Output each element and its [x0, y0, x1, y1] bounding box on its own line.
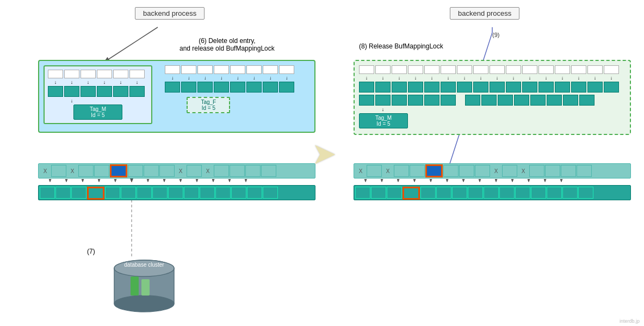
watermark: interdb.jp [620, 318, 640, 324]
data-page [452, 187, 467, 199]
hash-cell [457, 65, 472, 74]
hash-cell [165, 65, 180, 74]
hash-cell [490, 65, 505, 74]
desc-cell [506, 82, 521, 93]
buf-x1: X [40, 168, 51, 174]
data-page [231, 187, 246, 199]
left-hash-row-inner [48, 70, 148, 78]
left-backend-region: ↓ ↓ ↓ ↓ ↓ ↓ ↓ [44, 65, 152, 124]
right-desc-row3 [465, 95, 595, 106]
data-page [468, 187, 483, 199]
left-hash-row2 [165, 65, 306, 74]
hash-cell [129, 70, 145, 78]
buf-cell [144, 165, 159, 177]
data-page [168, 187, 183, 199]
svg-line-3 [103, 27, 158, 63]
tag-m-id: Id = 5 [76, 112, 120, 118]
left-backend-text: backend process [143, 9, 196, 17]
buf-cell [502, 165, 517, 177]
buf-cell [475, 165, 490, 177]
desc-cell [555, 82, 570, 93]
data-page [531, 187, 546, 199]
transition-arrow: ➤ [313, 139, 335, 169]
desc-cell [129, 86, 145, 97]
buf-cell [230, 165, 245, 177]
step8-annotation: (8) Release BufMappingLock [359, 42, 443, 50]
desc-cell [375, 82, 391, 93]
buf-x3: X [175, 168, 186, 174]
desc-cell [48, 86, 63, 97]
step9-label: (9) [492, 32, 499, 38]
buf-cell [410, 165, 425, 177]
buf-cell [128, 165, 143, 177]
desc-cell [197, 82, 213, 93]
buf-cell [78, 165, 94, 177]
buf-cell [51, 165, 66, 177]
hash-cell [587, 65, 603, 74]
hash-cell [197, 65, 213, 74]
step8-text: (8) Release BufMappingLock [359, 42, 443, 50]
right-desc-row [359, 82, 626, 93]
svg-rect-73 [131, 276, 139, 296]
buf-cell [261, 165, 276, 177]
left-shared-buffer: X X X X [38, 163, 315, 179]
desc-cell [165, 82, 180, 93]
left-data-pages [38, 185, 315, 200]
data-page [247, 187, 262, 199]
data-page [152, 187, 168, 199]
data-page-highlight [87, 187, 104, 200]
desc-cell [604, 82, 619, 93]
data-page [215, 187, 231, 199]
buf-cell [443, 165, 459, 177]
svg-point-69 [114, 296, 174, 312]
tag-f-left: Tag_F Id = 5 [187, 97, 230, 113]
hash-cell [506, 65, 521, 74]
buf-cell [394, 165, 409, 177]
hash-cell [392, 65, 407, 74]
data-page [436, 187, 451, 199]
desc-cell [81, 86, 96, 97]
desc-cell [214, 82, 229, 93]
tag-m-right-label: Tag_M [362, 115, 405, 121]
left-pool-right: ↓ ↓ ↓ ↓ ↓ ↓ ↓ ↓ Tag_F [165, 65, 306, 113]
buf-cell [545, 165, 560, 177]
desc-cell [408, 82, 423, 93]
right-data-pages [354, 185, 631, 200]
buf-highlight-cell [110, 164, 127, 177]
left-arrows2: ↓ ↓ ↓ ↓ ↓ ↓ ↓ ↓ [165, 75, 306, 81]
desc-cell [571, 82, 586, 93]
hash-cell [571, 65, 586, 74]
desc-cell [424, 95, 439, 106]
hash-cell [424, 65, 439, 74]
data-page [484, 187, 499, 199]
hash-cell [555, 65, 570, 74]
hash-cell [359, 65, 374, 74]
right-tag-m-area: ↓ Tag_M Id = 5 [359, 95, 456, 128]
right-buf-x3: X [491, 168, 501, 174]
data-page [184, 187, 199, 199]
desc-cell [181, 82, 196, 93]
desc-cell [587, 82, 603, 93]
desc-cell [473, 82, 488, 93]
desc-cell [465, 95, 480, 106]
buf-cell [577, 165, 592, 177]
data-page [371, 187, 386, 199]
main-container: backend process (6) Delete old entry, an… [0, 0, 644, 326]
right-arrow-to-tag: ↓ [359, 107, 391, 112]
hash-cell [408, 65, 423, 74]
hash-cell [279, 65, 294, 74]
step6-line1: (6) Delete old entry, [179, 37, 275, 45]
right-buf-x2: X [382, 168, 393, 174]
buf-cell [94, 165, 109, 177]
desc-cell [481, 95, 497, 106]
db-cluster-left: database cluster [109, 255, 179, 316]
data-page [40, 187, 55, 199]
desc-cell [392, 95, 407, 106]
desc-cell [514, 95, 529, 106]
desc-cell [530, 95, 546, 106]
data-page [515, 187, 530, 199]
left-backend-box: backend process [135, 7, 205, 20]
hash-cell [441, 65, 456, 74]
desc-cell [263, 82, 278, 93]
desc-cell [579, 95, 595, 106]
